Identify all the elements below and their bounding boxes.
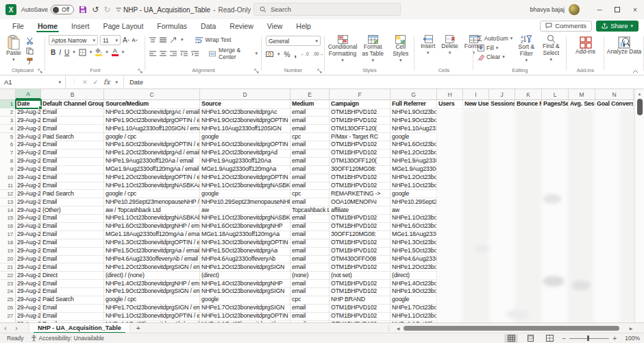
cell-date[interactable]: 29-Aug-23 — [16, 239, 41, 248]
cell-referrer[interactable]: NHPe1.2Oct23bonevitdprgOPTIN — [391, 174, 437, 182]
tab-formulas[interactable]: Formulas — [150, 19, 194, 32]
cell-date[interactable]: 29-Aug-23 — [16, 108, 41, 117]
column-header-m[interactable]: M — [569, 89, 595, 99]
cell-source[interactable]: NHPe1.1Oct23bonevitdprgNASBKAa — [200, 182, 290, 191]
cell-b1[interactable]: Default Channel Grouping — [41, 100, 104, 109]
horizontal-scrollbar[interactable]: ◀ ▶ — [394, 324, 635, 332]
cell-referrer[interactable]: NHPe1.9Aug2330off120Aa — [391, 157, 437, 166]
vertical-scroll-thumb[interactable] — [637, 99, 643, 115]
cell-n1[interactable]: Goal Conversion — [595, 100, 634, 109]
confirm-entry-icon[interactable]: ✓ — [93, 79, 99, 86]
cell-campaign[interactable]: OOA10MENOPAI — [330, 198, 391, 207]
fill-color-icon[interactable] — [95, 48, 102, 56]
cell-source[interactable]: MGe1.18Aug2330off120mgAa — [200, 230, 290, 239]
cell-date[interactable]: 29-Aug-23 — [16, 165, 41, 174]
add-sheet-icon[interactable]: + — [130, 324, 147, 332]
cell-source-medium[interactable]: NHPe1.2Oct23bonevitdprgSIGN / email — [104, 263, 200, 272]
zoom-slider[interactable]: − + — [562, 335, 617, 342]
cell-source-medium[interactable]: NHPe4.6Aug2330offeveryAb / email — [104, 255, 200, 264]
cell-referrer[interactable]: NHPe1.2Oct23bonevitdprgSIGN — [391, 263, 437, 272]
cell-h1[interactable]: Users — [437, 100, 463, 109]
row-header[interactable]: 13 — [0, 198, 16, 207]
sheet-tab-active[interactable]: NHP - UA_Acquisition_Table — [29, 323, 130, 333]
cell-referrer[interactable]: NHPe1.7Oct23bonevitdprgSIGN — [391, 304, 437, 313]
cell-medium[interactable]: (none) — [290, 272, 330, 281]
cell-referrer[interactable]: NHPe1.6Oct23bonevitdprgNHP — [391, 222, 437, 231]
minimize-icon[interactable]: ─ — [591, 0, 608, 19]
cell-date[interactable]: 29-Aug-23 — [16, 182, 41, 191]
cell-medium[interactable]: email — [290, 141, 330, 150]
cell-campaign[interactable]: affiliate — [330, 206, 391, 215]
font-color-icon[interactable]: A — [112, 48, 119, 56]
cell-medium[interactable]: email — [290, 280, 330, 289]
cell-medium[interactable]: email — [290, 214, 330, 223]
cell-date[interactable]: 29-Aug-23 — [16, 312, 41, 321]
decrease-font-icon[interactable]: A˅ — [132, 37, 138, 43]
cell-channel[interactable]: Direct — [41, 272, 104, 281]
cell-source[interactable]: NHPe1.1Oct23bonevitdprgOPTIN — [200, 312, 290, 321]
analyze-data-button[interactable]: Analyze Data — [604, 35, 644, 56]
cell-a1[interactable]: Date — [16, 100, 41, 109]
zoom-level[interactable]: 100% — [622, 335, 640, 342]
row-header[interactable]: 14 — [0, 206, 16, 215]
cell-source[interactable]: google — [200, 296, 290, 305]
cell-d1[interactable]: Source — [200, 100, 290, 109]
cell-medium[interactable]: email — [290, 239, 330, 248]
tab-view[interactable]: View — [260, 19, 290, 32]
increase-font-icon[interactable]: A˄ — [123, 36, 129, 44]
borders-icon[interactable] — [79, 49, 86, 56]
cell-medium[interactable]: email — [290, 287, 330, 296]
cell-j1[interactable]: Sessions — [489, 100, 515, 109]
cell-campaign[interactable]: OTM1BHPVD102 — [330, 280, 391, 289]
cell-c1[interactable]: Source/Medium — [104, 100, 200, 109]
cell-source[interactable]: NHPe1.2Oct23bonevitdprgOPTIN — [200, 174, 290, 182]
cell-referrer[interactable]: NHPe1.6Oct23bonevitdprgOPTIN — [391, 141, 437, 150]
percent-style-button[interactable]: % — [284, 51, 290, 58]
drag-dots-icon[interactable]: ⋮ — [71, 79, 77, 85]
cell-date[interactable]: 29-Aug-23 — [16, 190, 41, 199]
cell-medium[interactable]: email — [290, 255, 330, 264]
cell-medium[interactable]: email — [290, 247, 330, 256]
cell-channel[interactable]: Paid Search — [41, 296, 104, 305]
cell-source[interactable]: google — [200, 190, 290, 199]
save-icon[interactable] — [79, 5, 87, 14]
row-header[interactable]: 26 — [0, 304, 16, 313]
cell-source-medium[interactable]: NHPe10.29Sept23menopauseNHP / email — [104, 198, 200, 207]
cell-source-medium[interactable]: (direct) / (none) — [104, 272, 200, 281]
cell-source-medium[interactable]: NHPe1.2Oct23bonevitdprgAd / email — [104, 149, 200, 158]
cell-source-medium[interactable]: MGe1.18Aug2330off120mgAa / email — [104, 230, 200, 239]
cell-channel[interactable]: Email — [41, 157, 104, 166]
cell-date[interactable]: 29-Aug-23 — [16, 141, 41, 150]
column-header-b[interactable]: B — [41, 89, 104, 99]
redo-icon[interactable]: ↻ — [103, 5, 110, 14]
cell-medium[interactable]: email — [290, 125, 330, 134]
decrease-indent-icon[interactable] — [180, 51, 188, 57]
page-layout-view-icon[interactable] — [523, 334, 537, 343]
cell-source[interactable]: NHPe1.9Oct23bonevitdprgSIGN — [200, 287, 290, 296]
cell-referrer[interactable]: NHPe1.2Oct23bonevitdprgAd — [391, 149, 437, 158]
cell-channel[interactable]: Email — [41, 174, 104, 182]
insert-function-icon[interactable]: fx — [103, 78, 110, 86]
cell-source[interactable]: NHPe1.1Oct23bonevitdprgNASBKAb — [200, 214, 290, 223]
cell-source[interactable]: NHPe4.6Aug2330offeveryAb — [200, 255, 290, 264]
cell-i1[interactable]: New Users — [463, 100, 489, 109]
column-header-d[interactable]: D — [200, 89, 290, 99]
cell-date[interactable]: 29-Aug-23 — [16, 222, 41, 231]
tab-review[interactable]: Review — [223, 19, 260, 32]
cell-referrer[interactable]: google — [391, 190, 437, 199]
zoom-in-icon[interactable]: + — [612, 335, 617, 342]
cell-campaign[interactable]: OTM1BHPVD102 — [330, 304, 391, 313]
row-header[interactable]: 27 — [0, 312, 16, 321]
cell-date[interactable]: 29-Aug-23 — [16, 206, 41, 215]
cell-channel[interactable]: Email — [41, 165, 104, 174]
chevron-down-icon[interactable]: ▾ — [122, 49, 125, 55]
cell-date[interactable]: 29-Aug-23 — [16, 198, 41, 207]
paste-button[interactable]: Paste ▾ — [4, 35, 23, 65]
cell-source-medium[interactable]: NHPe1.7Oct23bonevitdprgSIGN / email — [104, 304, 200, 313]
cell-channel[interactable]: Email — [41, 149, 104, 158]
tab-insert[interactable]: Insert — [64, 19, 96, 32]
cell-source-medium[interactable]: NHPe1.1Oct23bonevitdprgOPTIN / email — [104, 312, 200, 321]
cell-source-medium[interactable]: NHPe1.9Aug2330off120Aa / email — [104, 157, 200, 166]
cell-channel[interactable]: Email — [41, 125, 104, 134]
column-header-n[interactable]: N — [595, 89, 634, 99]
